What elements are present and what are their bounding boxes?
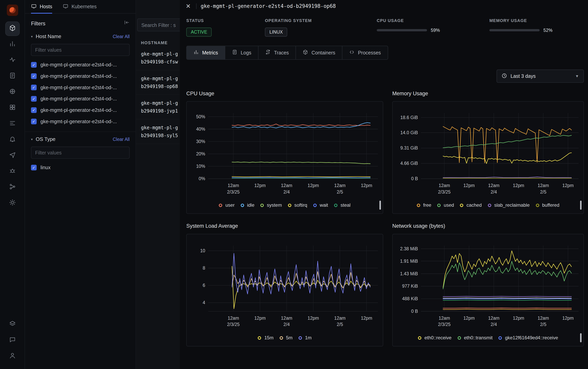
filter-option[interactable]: ✓gke-mgmt-pl-generator-e2st4-od-... — [31, 115, 130, 127]
tab-containers[interactable]: Containers — [296, 46, 342, 59]
grid-icon — [9, 104, 16, 112]
legend-scrollbar-thumb[interactable] — [580, 333, 582, 342]
filter-option[interactable]: ✓gke-mgmt-pl-generator-e2st4-od-... — [31, 82, 130, 93]
filter-option[interactable]: ✓gke-mgmt-pl-generator-e2st4-od-... — [31, 93, 130, 104]
legend-item[interactable]: idle — [241, 203, 254, 208]
legend-item[interactable]: eth0::receive — [418, 335, 451, 340]
network-usage-plot[interactable]: 12am2/3/2512pm12am2/412pm12am2/512pm0 B4… — [393, 236, 583, 331]
svg-text:2/4: 2/4 — [491, 189, 497, 195]
legend-scrollbar-thumb[interactable] — [380, 201, 381, 210]
filter-option[interactable]: ✓gke-mgmt-pl-generator-e2st4-od-... — [31, 59, 130, 70]
svg-text:12am: 12am — [488, 316, 500, 321]
sidebar-item-bug[interactable] — [6, 165, 19, 178]
legend-item[interactable]: free — [417, 203, 431, 208]
chevron-down-icon: ▼ — [575, 74, 579, 78]
rows-icon — [9, 120, 16, 128]
tab-kubernetes[interactable]: Kubernetes — [63, 0, 97, 13]
sidebar-item-rows[interactable] — [6, 117, 19, 131]
filter-option[interactable]: ✓gke-mgmt-pl-generator-e2st4-od-... — [31, 70, 130, 82]
sidebar-item-bar-chart[interactable] — [6, 38, 19, 51]
filter-option[interactable]: ✓linux — [31, 162, 130, 173]
sidebar-item-package[interactable] — [6, 22, 19, 36]
checkbox-checked-icon[interactable]: ✓ — [31, 84, 37, 90]
clock-icon — [502, 73, 507, 80]
tab-processes[interactable]: Processes — [342, 46, 388, 59]
svg-text:30%: 30% — [196, 139, 205, 144]
cpu-usage-plot[interactable]: 12am2/3/2512pm12am2/412pm12am2/512pm0%10… — [187, 103, 383, 198]
tab-metrics[interactable]: Metrics — [187, 46, 225, 59]
chevron-down-icon: ▾ — [31, 35, 33, 38]
search-filter-input[interactable] — [137, 19, 180, 31]
host-row[interactable]: gke-mgmt-pl-gb2949198-jvp1 — [136, 95, 180, 120]
legend-item[interactable]: cached — [460, 203, 482, 208]
checkbox-checked-icon[interactable]: ✓ — [31, 62, 37, 67]
svg-text:20%: 20% — [196, 151, 205, 156]
group-header[interactable]: ▾ OS Type Clear All — [31, 136, 130, 142]
chat-icon — [9, 336, 16, 344]
tab-logs[interactable]: Logs — [225, 46, 259, 59]
clear-all-link[interactable]: Clear All — [113, 34, 130, 39]
sidebar-item-logs[interactable] — [6, 70, 19, 83]
svg-text:2.38 MiB: 2.38 MiB — [400, 246, 418, 251]
hostname-line: gke-mgmt-pl-g — [141, 123, 180, 132]
chevron-down-icon: ▾ — [31, 137, 33, 141]
memory-usage-col: MEMORY USAGE 52% — [489, 18, 552, 37]
group-header[interactable]: ▾ Host Name Clear All — [31, 34, 130, 39]
sidebar-item-chat[interactable] — [6, 334, 19, 347]
host-row[interactable]: gke-mgmt-pl-gb2949198-cfsw — [136, 46, 180, 70]
legend-item[interactable]: steal — [334, 203, 351, 208]
tab-hosts[interactable]: Hosts — [31, 0, 52, 13]
tab-traces[interactable]: Traces — [258, 46, 296, 59]
memory-usage-plot[interactable]: 12am2/3/2512pm12am2/412pm12am2/512pm0 B4… — [393, 103, 583, 198]
os-type-filter-input[interactable] — [31, 147, 130, 159]
legend-item[interactable]: system — [260, 203, 282, 208]
sidebar-item-activity[interactable] — [6, 54, 19, 67]
sidebar-item-layers[interactable] — [6, 318, 19, 331]
checkbox-checked-icon[interactable]: ✓ — [31, 96, 37, 101]
legend-item[interactable]: 5m — [280, 335, 293, 340]
sidebar-item-user[interactable] — [6, 349, 19, 363]
chart-title: System Load Average — [186, 223, 383, 229]
legend-item[interactable]: softirq — [288, 203, 307, 208]
bell-icon — [9, 136, 16, 144]
sidebar-item-grid[interactable] — [6, 101, 19, 115]
legend-item[interactable]: used — [437, 203, 454, 208]
checkbox-checked-icon[interactable]: ✓ — [31, 107, 37, 113]
hostname-line: b2949198-syl5 — [141, 132, 180, 139]
signoz-logo-icon[interactable] — [7, 5, 18, 16]
sidebar-item-gear[interactable] — [6, 196, 19, 210]
legend-item[interactable]: 1m — [299, 335, 311, 340]
host-row[interactable]: gke-mgmt-pl-gb2949198-op68 — [136, 70, 180, 95]
collapse-filters-icon[interactable] — [124, 20, 130, 27]
svg-text:12pm: 12pm — [513, 183, 524, 188]
time-range-select[interactable]: Last 3 days ▼ — [497, 70, 584, 83]
legend-item[interactable]: user — [219, 203, 235, 208]
system-load-plot[interactable]: 12am2/3/2512pm12am2/412pm12am2/512pm4681… — [187, 236, 383, 331]
sidebar-item-branch[interactable] — [6, 181, 19, 194]
legend-item[interactable]: wait — [313, 203, 328, 208]
legend-label: 1m — [305, 335, 311, 340]
legend-item[interactable]: gke12f61649ed4::receive — [499, 335, 558, 340]
legend-item[interactable]: slab_reclaimable — [488, 203, 530, 208]
legend-item[interactable]: buffered — [536, 203, 559, 208]
close-icon[interactable]: ✕ — [184, 2, 192, 10]
legend-item[interactable]: 15m — [258, 335, 273, 340]
sidebar-item-bell[interactable] — [6, 133, 19, 147]
checkbox-checked-icon[interactable]: ✓ — [31, 118, 37, 124]
checkbox-checked-icon[interactable]: ✓ — [31, 73, 37, 79]
legend-item[interactable]: eth0::transmit — [457, 335, 493, 340]
kubernetes-tab-icon — [63, 3, 69, 10]
filter-option[interactable]: ✓gke-mgmt-pl-generator-e2st4-od-... — [31, 104, 130, 116]
sidebar-item-wheel[interactable] — [6, 85, 19, 99]
checkbox-checked-icon[interactable]: ✓ — [31, 164, 37, 170]
clear-all-link[interactable]: Clear All — [113, 137, 130, 142]
svg-text:12am: 12am — [488, 183, 500, 188]
bar-chart-icon — [194, 50, 199, 56]
host-row[interactable]: gke-mgmt-pl-gb2949198-syl5 — [136, 120, 180, 144]
legend-ring-icon — [288, 203, 291, 207]
legend-scrollbar-thumb[interactable] — [580, 201, 582, 210]
svg-text:2/5: 2/5 — [337, 189, 343, 195]
hosts-tab-label: Hosts — [40, 4, 52, 10]
sidebar-item-send[interactable] — [6, 149, 19, 163]
host-name-filter-input[interactable] — [31, 44, 130, 56]
